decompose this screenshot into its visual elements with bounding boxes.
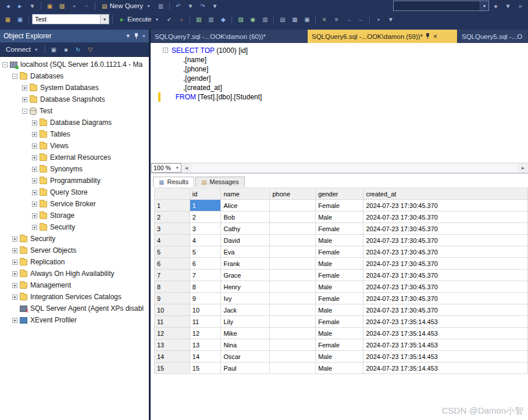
grid-row-header[interactable]: 3: [155, 223, 190, 235]
grid-cell[interactable]: [270, 211, 316, 223]
expand-icon[interactable]: +: [32, 213, 37, 218]
grid-cell[interactable]: Female: [316, 316, 363, 328]
grid-cell[interactable]: Male: [316, 235, 363, 246]
grid-cell[interactable]: 2024-07-23 17:30:45.370: [363, 258, 528, 270]
expand-icon[interactable]: +: [12, 283, 17, 288]
document-tab[interactable]: SQLQuery6.sql -...OOK\damon (59))*×: [308, 30, 457, 43]
sql-code-editor[interactable]: -SELECT TOP (1000) [id] ,[name] ,[phone]…: [151, 43, 528, 163]
expand-icon[interactable]: +: [12, 260, 17, 265]
expand-icon[interactable]: +: [22, 85, 27, 91]
expand-icon[interactable]: +: [32, 190, 37, 195]
scroll-right-button[interactable]: ►: [518, 164, 528, 173]
tree-item[interactable]: +External Resources: [0, 152, 149, 163]
expand-icon[interactable]: +: [12, 271, 17, 277]
query-options-icon[interactable]: ▥: [205, 15, 216, 24]
tree-item[interactable]: +Synonyms: [0, 163, 149, 175]
filter-icon[interactable]: ▽: [85, 45, 96, 55]
grid-cell[interactable]: Paul: [221, 362, 270, 374]
tree-item[interactable]: -localhost (SQL Server 16.0.1121.4 - Ma: [0, 59, 149, 70]
find-combo-dropdown-icon[interactable]: ▼: [480, 1, 488, 10]
stop-icon[interactable]: ■: [60, 45, 72, 55]
tree-item[interactable]: +Views: [0, 140, 149, 152]
grid-cell[interactable]: 8: [190, 281, 221, 293]
undo-dropdown-icon[interactable]: ▼: [185, 1, 196, 11]
grid-cell[interactable]: [270, 223, 316, 235]
grid-cell[interactable]: Eva: [221, 246, 270, 258]
grid-cell[interactable]: 2024-07-23 17:35:14.453: [363, 316, 528, 328]
close-icon[interactable]: ×: [142, 33, 145, 39]
expand-icon[interactable]: +: [12, 236, 17, 242]
window-position-icon[interactable]: ▼: [126, 33, 131, 39]
find-options-dropdown-icon[interactable]: ▼: [502, 1, 513, 11]
connect-icon[interactable]: ▦: [2, 15, 13, 24]
tree-item[interactable]: +Storage: [0, 210, 149, 221]
grid-cell[interactable]: [270, 293, 316, 304]
tab-close-icon[interactable]: ×: [433, 33, 437, 40]
execute-button[interactable]: ►Execute▼: [116, 14, 162, 25]
grid-row-header[interactable]: 13: [155, 339, 190, 351]
grid-cell[interactable]: [270, 258, 316, 270]
back-icon[interactable]: ◄: [2, 1, 13, 11]
expand-icon[interactable]: +: [32, 202, 37, 207]
grid-cell[interactable]: Female: [316, 200, 363, 211]
grid-column-header[interactable]: id: [190, 188, 221, 200]
new-query-button[interactable]: ▤New Query▼: [98, 1, 154, 12]
collapse-icon[interactable]: -: [12, 74, 17, 79]
results-to-file-icon[interactable]: ▣: [301, 15, 312, 24]
grid-cell[interactable]: 12: [190, 328, 221, 339]
document-tab[interactable]: SQLQuery7.sql -...OOK\damon (60))*: [151, 30, 307, 43]
auto-hide-pin-icon[interactable]: [134, 33, 139, 40]
grid-cell[interactable]: 2: [190, 211, 221, 223]
grid-cell[interactable]: 2024-07-23 17:30:45.370: [363, 246, 528, 258]
undo-icon[interactable]: ↶: [173, 1, 184, 11]
execute-button-dropdown-icon[interactable]: ▼: [155, 17, 159, 21]
zoom-dropdown-icon[interactable]: ▼: [174, 166, 181, 170]
tree-item[interactable]: +Query Store: [0, 186, 149, 198]
outdent-icon[interactable]: ←: [355, 15, 366, 24]
grid-cell[interactable]: 2024-07-23 17:30:45.370: [363, 304, 528, 316]
tree-item[interactable]: +Database Diagrams: [0, 117, 149, 128]
expand-icon[interactable]: +: [12, 248, 17, 253]
expand-icon[interactable]: +: [32, 143, 37, 149]
tree-item[interactable]: +Service Broker: [0, 198, 149, 210]
tree-item[interactable]: +Security: [0, 221, 149, 233]
grid-cell[interactable]: Male: [316, 281, 363, 293]
open-file-icon[interactable]: ▨: [56, 1, 67, 11]
grid-cell[interactable]: Nina: [221, 339, 270, 351]
disconnect-icon[interactable]: ▣: [48, 45, 59, 55]
find-combo[interactable]: ▼: [393, 1, 489, 11]
grid-cell[interactable]: [270, 246, 316, 258]
code-fold-icon[interactable]: -: [163, 48, 168, 53]
grid-column-header[interactable]: name: [221, 188, 270, 200]
grid-cell[interactable]: [270, 362, 316, 374]
grid-cell[interactable]: 13: [190, 339, 221, 351]
expand-icon[interactable]: +: [32, 167, 37, 172]
grid-cell[interactable]: 2024-07-23 17:35:14.453: [363, 351, 528, 362]
grid-cell[interactable]: 2024-07-23 17:30:45.370: [363, 223, 528, 235]
expand-icon[interactable]: +: [32, 225, 37, 230]
grid-cell[interactable]: Female: [316, 339, 363, 351]
grid-cell[interactable]: 2024-07-23 17:30:45.370: [363, 211, 528, 223]
grid-cell[interactable]: 2024-07-23 17:35:14.453: [363, 328, 528, 339]
grid-cell[interactable]: Female: [316, 246, 363, 258]
parse-icon[interactable]: ✓: [163, 15, 174, 24]
grid-cell[interactable]: Male: [316, 211, 363, 223]
grid-cell[interactable]: 2024-07-23 17:30:45.370: [363, 200, 528, 211]
collapse-icon[interactable]: -: [22, 109, 27, 114]
query-toolbar-overflow-icon[interactable]: ▼: [385, 15, 396, 24]
redo-dropdown-icon[interactable]: ▼: [209, 1, 220, 11]
grid-cell[interactable]: [270, 339, 316, 351]
intellisense-icon[interactable]: ◆: [217, 15, 229, 24]
grid-corner-cell[interactable]: [155, 188, 190, 200]
tree-item[interactable]: SQL Server Agent (Agent XPs disabl: [0, 303, 149, 314]
tree-item[interactable]: +Integration Services Catalogs: [0, 291, 149, 303]
scroll-left-button[interactable]: ◄: [181, 164, 191, 173]
grid-cell[interactable]: 2024-07-23 17:35:14.453: [363, 339, 528, 351]
tree-item[interactable]: +Programmability: [0, 175, 149, 186]
toolbar-overflow-icon[interactable]: »: [515, 1, 526, 11]
grid-column-header[interactable]: phone: [270, 188, 316, 200]
tree-item[interactable]: +Database Snapshots: [0, 94, 149, 105]
grid-cell[interactable]: Cathy: [221, 223, 270, 235]
grid-cell[interactable]: [270, 200, 316, 211]
grid-cell[interactable]: Female: [316, 223, 363, 235]
